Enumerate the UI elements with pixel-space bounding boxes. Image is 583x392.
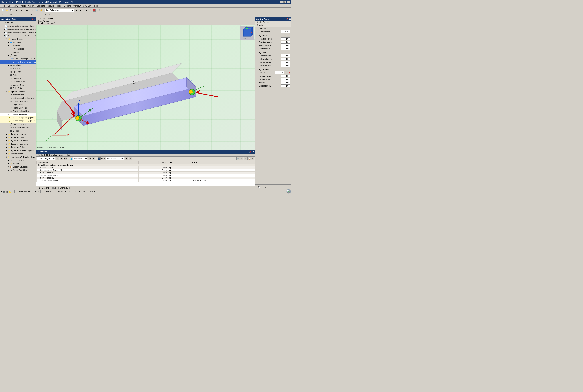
nodal-releases-toggle[interactable]: ▼: [8, 114, 10, 115]
tree-openings[interactable]: ◻ Openings: [0, 70, 36, 74]
cp-close-button[interactable]: ✕: [289, 18, 291, 20]
tool-icon-3[interactable]: ↗: [37, 190, 39, 193]
tree-nr2[interactable]: ■ 2 - 1 - □□□ □□□ | Local xyz | CφX: 0.0…: [0, 119, 36, 122]
tree-rfem-root[interactable]: ▼ 🖥 RFEM: [0, 21, 36, 24]
menu-calculate[interactable]: Calculate: [36, 4, 46, 7]
release-result-input[interactable]: [281, 64, 290, 67]
file2-toggle[interactable]: ▶: [4, 28, 5, 30]
types-special-toggle[interactable]: ▶: [6, 150, 8, 151]
distribution-o-input[interactable]: [281, 47, 290, 50]
cp-section-by-line-header[interactable]: ▼ By Line: [256, 51, 292, 54]
settings-button[interactable]: ⚙: [98, 8, 102, 12]
tree-surface-contacts[interactable]: ⊞ Surface Contacts: [0, 100, 36, 103]
distribution-o2-input[interactable]: [281, 84, 290, 87]
tree-types-members[interactable]: ▶ 📁 Types for Members: [0, 139, 36, 142]
table-tool-3[interactable]: ↧: [244, 157, 247, 160]
tree-imperfections[interactable]: ▶ 📁 Imperfections: [0, 152, 36, 156]
table-tool-2[interactable]: ⊞: [240, 157, 244, 160]
internal-forces-input[interactable]: [281, 74, 290, 78]
maximize-button[interactable]: □: [284, 1, 286, 3]
nav-pin-button[interactable]: 📌: [31, 18, 34, 20]
file4-toggle[interactable]: ▼: [4, 35, 5, 36]
render-button[interactable]: ▣: [84, 8, 88, 12]
menu-window[interactable]: Window: [72, 4, 82, 7]
first-page-button[interactable]: |◀: [37, 187, 40, 189]
minimize-button[interactable]: –: [280, 1, 283, 3]
new-button[interactable]: 📄: [1, 8, 5, 12]
tree-line-sets[interactable]: ≡ Line Sets: [0, 77, 36, 80]
types-solids-toggle[interactable]: ▶: [6, 146, 8, 148]
tree-types-nodes[interactable]: ▶ 📁 Types for Nodes: [0, 132, 36, 136]
table-tool-5[interactable]: 🖨: [251, 157, 254, 160]
node-tool[interactable]: •: [1, 13, 5, 16]
view-camera-icon[interactable]: 📷: [3, 190, 6, 192]
action-combinations-toggle[interactable]: ▶: [7, 169, 10, 171]
tree-design-situations[interactable]: ▶ 📋 Design Situations: [0, 165, 36, 168]
tree-lines[interactable]: ▼ ╱ Lines: [0, 54, 36, 57]
tree-member-sets[interactable]: ≡ Member Sets: [0, 80, 36, 83]
cp-section-by-node-header[interactable]: ▼ By Node: [256, 34, 292, 37]
member-tool[interactable]: ═: [9, 13, 13, 16]
summary-goto[interactable]: Go To: [38, 154, 43, 156]
lines-toggle[interactable]: ▼: [7, 54, 10, 56]
load-prev-button[interactable]: ◀: [124, 157, 128, 160]
summary-tab[interactable]: Summary: [58, 186, 70, 189]
view-prev-button[interactable]: ◀: [88, 157, 92, 160]
release-forces-input[interactable]: [281, 58, 290, 60]
menu-file[interactable]: File: [1, 4, 6, 7]
tree-members[interactable]: ▶ ═ Members: [0, 64, 36, 67]
actions-toggle[interactable]: ▶: [7, 163, 10, 164]
viewport-canvas[interactable]: 1 Z y x z y: [36, 25, 255, 150]
types-lines-toggle[interactable]: ▶: [6, 136, 8, 138]
internal-mome-input[interactable]: [281, 78, 290, 81]
tree-structure-mods[interactable]: ⊞ Structure Modifications: [0, 110, 36, 113]
cp-pin-button[interactable]: 📌: [286, 18, 288, 20]
release-mome-input[interactable]: [281, 61, 290, 64]
redo-button[interactable]: ↪: [19, 8, 23, 12]
tree-types-solids[interactable]: ▶ 📁 Types for Solids: [0, 146, 36, 149]
load-cases-combis-toggle[interactable]: ▼: [6, 156, 8, 158]
tree-load-cases[interactable]: ▶ ⬇ Load Cases: [0, 159, 36, 162]
snap-tool[interactable]: ⊕: [43, 13, 47, 16]
file3-toggle[interactable]: ▶: [4, 32, 5, 33]
elastic-support-input[interactable]: [281, 44, 290, 47]
close-button[interactable]: ✕: [287, 1, 290, 3]
cp-save-button[interactable]: 💾: [256, 185, 262, 189]
tree-actions[interactable]: ▶ ⚡ Actions: [0, 162, 36, 165]
tree-blocks[interactable]: ⬛ Blocks: [0, 129, 36, 132]
tree-basic-objects[interactable]: ▼ 📁 Basic Objects: [0, 37, 36, 40]
tool-icon-1[interactable]: ↕: [34, 190, 34, 193]
view-video-icon[interactable]: 🎬: [6, 190, 8, 192]
next-page-button[interactable]: ▶: [50, 187, 53, 189]
zoom-button[interactable]: 🔍: [35, 8, 39, 12]
menu-cad-bim[interactable]: CAD-BIM: [82, 4, 92, 7]
menu-view[interactable]: View: [12, 4, 19, 7]
load-cases-toggle[interactable]: ▶: [7, 160, 10, 161]
rotate-x-tool[interactable]: ↔: [15, 13, 19, 16]
tool-icon-2[interactable]: ↔: [35, 190, 37, 193]
view-measure-icon[interactable]: 📐: [9, 190, 11, 192]
view-name-combo[interactable]: 1 - Global XYZ: [14, 190, 30, 193]
print-button[interactable]: 🖨: [25, 8, 29, 12]
open-button[interactable]: 📂: [5, 8, 9, 12]
menu-options[interactable]: Options: [63, 4, 72, 7]
move-button[interactable]: ↗: [38, 13, 42, 16]
rfem-toggle[interactable]: ▼: [2, 22, 4, 24]
tree-line2[interactable]: ━ 2 - 5,6 | Polyline | L : 20.00 ft | Li…: [0, 60, 36, 64]
tree-special-objects[interactable]: ▼ 📁 Special Objects: [0, 90, 36, 93]
reaction-forces-input[interactable]: [281, 37, 290, 40]
menu-help[interactable]: Help: [93, 4, 100, 7]
view-type-combo[interactable]: Overview: [73, 157, 88, 160]
summary-edit[interactable]: Edit: [44, 154, 48, 156]
members-toggle[interactable]: ▶: [7, 64, 10, 66]
tree-load-cases-combis[interactable]: ▼ 📁 Load Cases & Combinations: [0, 156, 36, 159]
menu-assign[interactable]: Assign: [27, 4, 35, 7]
result-combo[interactable]: LC1 Self-weight: [45, 8, 74, 12]
table-tool-1[interactable]: 🔍: [236, 157, 240, 160]
cp-section-by-member-header[interactable]: ▼ By Member: [256, 68, 292, 71]
tree-rigid-links[interactable]: | Rigid Links: [0, 103, 36, 106]
tree-materials[interactable]: ▶ 🔷 Materials: [0, 40, 36, 44]
tree-types-surfaces[interactable]: ▶ 📁 Types for Surfaces: [0, 142, 36, 146]
tree-nodes[interactable]: • Nodes: [0, 50, 36, 54]
last-page-button[interactable]: ▶|: [54, 187, 56, 189]
